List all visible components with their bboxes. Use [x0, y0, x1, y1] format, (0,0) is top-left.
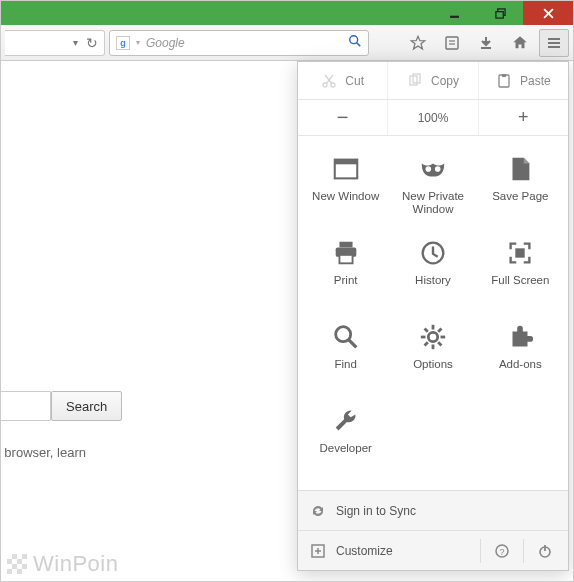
hamburger-menu-button[interactable]: [539, 29, 569, 57]
menu-item-options[interactable]: Options: [389, 316, 476, 400]
svg-rect-11: [548, 46, 560, 48]
svg-rect-10: [548, 42, 560, 44]
help-icon[interactable]: ?: [491, 543, 513, 559]
new-window-icon: [331, 154, 361, 184]
svg-rect-5: [446, 37, 458, 49]
svg-rect-19: [334, 160, 357, 165]
svg-rect-8: [481, 47, 491, 49]
svg-rect-17: [502, 74, 506, 77]
svg-text:?: ?: [499, 546, 504, 556]
svg-rect-2: [495, 11, 502, 17]
customize-button[interactable]: Customize: [336, 544, 470, 558]
zoom-out-button[interactable]: −: [298, 100, 387, 135]
menu-item-label: Find: [334, 358, 356, 371]
menu-item-new-window[interactable]: New Window: [302, 148, 389, 232]
svg-line-35: [438, 342, 441, 345]
customize-row: Customize ?: [298, 530, 568, 570]
page-search-button[interactable]: Search: [51, 391, 122, 421]
menu-item-label: Full Screen: [491, 274, 549, 287]
watermark: WinPoin: [7, 551, 118, 577]
svg-rect-9: [548, 38, 560, 40]
search-box[interactable]: g ▾ Google: [109, 30, 369, 56]
power-icon[interactable]: [534, 543, 556, 559]
menu-item-history[interactable]: History: [389, 232, 476, 316]
window-close-button[interactable]: [523, 1, 573, 25]
history-icon: [418, 238, 448, 268]
menu-item-label: New Private Window: [402, 190, 464, 216]
fullscreen-icon: [505, 238, 535, 268]
svg-line-37: [425, 342, 428, 345]
zoom-row: − 100% +: [298, 100, 568, 136]
menu-item-label: Save Page: [492, 190, 548, 203]
zoom-level: 100%: [387, 100, 477, 135]
svg-rect-24: [339, 255, 352, 263]
menu-item-find[interactable]: Find: [302, 316, 389, 400]
app-menu-panel: Cut Copy Paste − 100% + New Window Ne: [297, 61, 569, 571]
svg-rect-22: [339, 242, 352, 248]
cut-icon: [321, 73, 337, 89]
watermark-logo-icon: [7, 554, 27, 574]
paste-label: Paste: [520, 74, 551, 88]
svg-line-4: [357, 43, 361, 47]
mask-icon: [418, 154, 448, 184]
print-icon: [331, 238, 361, 268]
zoom-in-button[interactable]: +: [478, 100, 568, 135]
copy-label: Copy: [431, 74, 459, 88]
urlbar-dropdown-icon[interactable]: ▾: [73, 37, 78, 48]
edit-row: Cut Copy Paste: [298, 62, 568, 100]
copy-button[interactable]: Copy: [387, 62, 477, 99]
customize-icon: [310, 543, 326, 559]
paste-icon: [496, 73, 512, 89]
page-content-fragment: Search of your browser, learn: [0, 391, 122, 460]
menu-item-new-private-window[interactable]: New Private Window: [389, 148, 476, 232]
copy-icon: [407, 73, 423, 89]
downloads-icon[interactable]: [471, 29, 501, 57]
home-icon[interactable]: [505, 29, 535, 57]
menu-item-label: Print: [334, 274, 358, 287]
menu-item-save-page[interactable]: Save Page: [477, 148, 564, 232]
cut-label: Cut: [345, 74, 364, 88]
search-provider-icon: g: [116, 36, 130, 50]
sync-icon: [310, 503, 326, 519]
watermark-text: WinPoin: [33, 551, 118, 577]
menu-item-addons[interactable]: Add-ons: [477, 316, 564, 400]
urlbar-right[interactable]: ▾ ↻: [5, 30, 105, 56]
svg-line-28: [348, 340, 356, 348]
menu-item-label: Developer: [319, 442, 371, 455]
svg-point-27: [335, 327, 350, 342]
menu-item-print[interactable]: Print: [302, 232, 389, 316]
sync-row[interactable]: Sign in to Sync: [298, 490, 568, 530]
svg-rect-0: [450, 15, 459, 17]
menu-item-label: Add-ons: [499, 358, 542, 371]
svg-line-34: [425, 329, 428, 332]
menu-item-full-screen[interactable]: Full Screen: [477, 232, 564, 316]
svg-line-36: [438, 329, 441, 332]
svg-point-20: [425, 166, 431, 172]
navigation-toolbar: ▾ ↻ g ▾ Google: [1, 25, 573, 61]
page-search-input[interactable]: [0, 391, 51, 421]
reading-list-icon[interactable]: [437, 29, 467, 57]
search-placeholder: Google: [146, 36, 342, 50]
content-area: Search of your browser, learn WinPoin Cu…: [1, 61, 573, 582]
svg-rect-26: [516, 248, 525, 257]
svg-point-29: [428, 332, 437, 341]
window-restore-button[interactable]: [477, 1, 523, 25]
sync-label: Sign in to Sync: [336, 504, 416, 518]
gear-icon: [418, 322, 448, 352]
find-icon: [331, 322, 361, 352]
menu-grid: New Window New Private Window Save Page …: [298, 136, 568, 490]
page-tip-text: of your browser, learn: [0, 445, 122, 460]
svg-point-21: [435, 166, 441, 172]
search-dropdown-icon[interactable]: ▾: [136, 38, 140, 47]
reload-icon[interactable]: ↻: [86, 35, 98, 51]
page-icon: [505, 154, 535, 184]
paste-button[interactable]: Paste: [478, 62, 568, 99]
bookmark-star-icon[interactable]: [403, 29, 433, 57]
cut-button[interactable]: Cut: [298, 62, 387, 99]
menu-item-developer[interactable]: Developer: [302, 400, 389, 484]
search-go-icon[interactable]: [348, 34, 362, 51]
window-minimize-button[interactable]: [431, 1, 477, 25]
svg-point-3: [350, 36, 358, 44]
menu-item-label: Options: [413, 358, 453, 371]
window-titlebar: [1, 1, 573, 25]
